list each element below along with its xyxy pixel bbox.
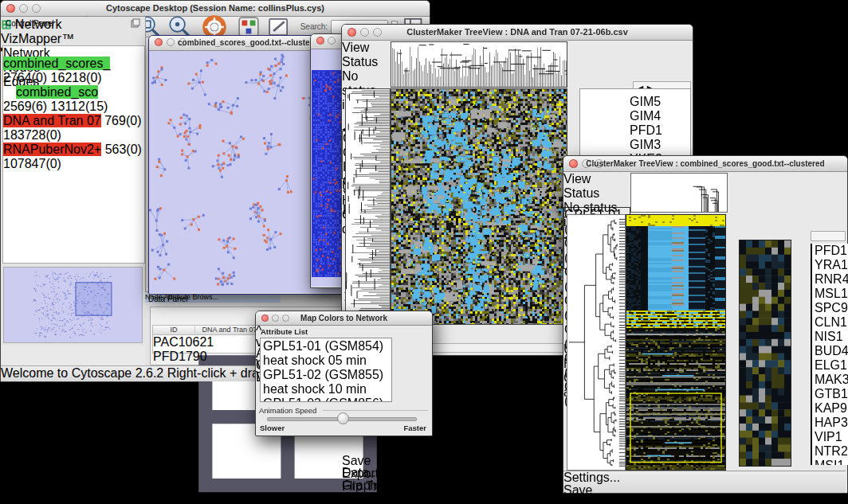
network-row[interactable]: DNA and Tran 07 769(0) 183728(0) [3,114,144,143]
node-count: 769(0) [104,114,141,127]
float-panel-icon[interactable] [131,18,140,28]
column-dendrogram[interactable] [391,41,567,88]
close-icon[interactable] [155,38,163,46]
node-count: 2569(6) [3,100,47,113]
export-graphics-button[interactable]: Export Graphics... [342,467,410,480]
export-graphics-label: Export Graphics... [563,496,625,504]
view-status-panel: View Status No status info f ◀ ▶ [563,172,626,207]
gene-label[interactable]: MSL1 [815,287,848,301]
edge-count: 16218(0) [51,71,102,84]
treeview2-window[interactable]: ClusterMaker TreeView : combined_scores_… [563,155,848,494]
attribute-list[interactable]: GPL51-01 (GSM854) heat shock 05 minGPL51… [260,338,392,402]
close-icon[interactable] [569,159,578,168]
network-row[interactable]: RNAPuberNov2+ 563(0) 107847(0) [3,143,144,171]
data-table-row-cell: PFD1 [153,350,186,363]
gene-label[interactable]: MAK31 [815,373,848,387]
gene-label[interactable]: KAP95 [815,401,848,416]
hints-scroll-strip [811,231,846,241]
settings-label: Settings... [563,471,620,484]
treeview2-titlebar[interactable]: ClusterMaker TreeView : combined_scores_… [563,156,847,172]
minimize-icon[interactable] [328,37,336,45]
flip-tree-button[interactable]: Flip Tree N [342,480,410,493]
close-icon[interactable] [261,315,269,322]
gene-label[interactable]: BUD4 [815,344,848,358]
minimize-icon[interactable] [167,38,175,46]
zoom-window-icon[interactable] [179,38,186,46]
status-welcome: Welcome to Cytoscape 2.6.2 [1,366,163,380]
column-dendrogram[interactable] [631,174,727,212]
gene-label[interactable]: NIS1 [815,330,848,344]
minimize-icon[interactable] [272,315,279,322]
birdseye-view[interactable] [3,267,143,343]
animation-speed-label: Animation Speed [259,406,316,415]
group-divider [323,410,428,411]
gene-label[interactable]: NTR2 [815,444,848,459]
row-dendrogram[interactable] [345,88,391,325]
zoom-window-icon[interactable] [595,159,603,168]
dialog-titlebar[interactable]: Map Colors to Network [256,311,432,326]
export-graphics-button[interactable]: Export Graphics... [563,497,634,504]
minimize-icon[interactable] [582,159,591,168]
status-hscroll-thumb[interactable] [567,180,594,187]
close-icon[interactable] [6,4,15,13]
gene-label[interactable]: HAP3 [815,416,848,430]
search-label: Search: [300,22,328,31]
data-table-row-cell: 790 [186,350,207,363]
network-name: DNA and Tran 07 [3,114,101,127]
heatmap-canvas[interactable] [391,88,567,325]
node-count: 2764(0) [3,71,47,84]
minimize-icon[interactable] [19,4,28,13]
network-list: Network Nodes Edges combined_scores_ 276… [2,45,145,264]
edge-count: 183728(0) [3,128,61,142]
treeview1-titlebar[interactable]: ClusterMaker TreeView : DNA and Tran 07-… [342,25,693,41]
gene-label[interactable]: GIM5 [630,95,669,109]
hints-hscroll-thumb[interactable] [813,232,830,239]
animation-slider-thumb[interactable] [337,412,349,424]
gene-label[interactable]: CLN1 [815,315,848,330]
minimize-icon[interactable] [360,28,369,37]
control-panel: Control Panel ⊞ Network VizMapper™ ▶ Net… [1,17,146,346]
heatmap-canvas[interactable] [626,214,726,471]
attribute-item[interactable]: GPL51-01 (GSM854) heat shock 05 min [263,339,391,368]
gene-label[interactable]: PFD1 [630,123,669,138]
flip-tree-label: Flip Tree N [342,479,404,493]
view-status-panel: View Status No status info f ◀ ▶ [342,41,386,85]
map-colors-dialog[interactable]: Map Colors to Network Attribute List GPL… [255,311,433,436]
gene-label[interactable]: YRA1 [815,258,848,272]
close-icon[interactable] [316,37,324,45]
zoom-window-icon[interactable] [282,315,289,322]
gene-label[interactable]: SPC98 [815,301,848,315]
gene-label[interactable]: GIM3 [630,138,669,152]
attribute-item[interactable]: GPL51-03 (GSM856) heat shock 15 min [263,397,391,402]
gene-label[interactable]: VIP1 [815,430,848,444]
network-name: RNAPuberNov2+ [3,143,101,156]
gene-label[interactable]: MSI1 [815,459,848,465]
mini-heatmap[interactable] [580,89,618,145]
save-data-button[interactable]: Save Data... [563,484,614,497]
gene-label[interactable]: GIM4 [630,109,669,123]
attribute-items: GPL51-01 (GSM854) heat shock 05 minGPL51… [261,338,391,402]
zoom-window-icon[interactable] [373,28,382,37]
slower-label: Slower [260,424,285,432]
gene-label[interactable]: GTB1 [815,387,848,401]
gene-label[interactable]: PFD1 [815,244,848,258]
column-dendrogram-area [630,173,728,213]
col-id[interactable]: ID [153,326,195,334]
dense-network-canvas[interactable] [311,49,345,287]
network-row-selected[interactable]: combined_sco 2569(6) 13112(15) [3,85,144,114]
attribute-list-label: Attribute List [261,327,308,336]
treeview2-gene-list: PFD1YRA1RNR4MSL1SPC98CLN1NIS1BUD4ELG1MAK… [811,244,848,465]
data-table-row-cell: PAC10 [153,335,193,349]
edge-count: 107847(0) [3,157,61,170]
gene-label[interactable]: ELG1 [815,358,848,373]
row-dendrogram[interactable] [567,214,626,471]
zoom-window-icon[interactable] [32,4,41,13]
save-data-button[interactable]: Save Data... [342,455,396,467]
zoom-heatmap-canvas[interactable] [739,240,791,467]
attribute-item[interactable]: GPL51-02 (GSM855) heat shock 10 min [263,368,391,397]
tab-vizmapper[interactable]: VizMapper™ [1,32,55,46]
settings-button[interactable]: Settings... [563,471,611,484]
gene-label[interactable]: RNR4 [815,272,848,287]
network-row[interactable]: combined_scores_ 2764(0) 16218(0) [3,57,144,85]
close-icon[interactable] [347,28,356,37]
